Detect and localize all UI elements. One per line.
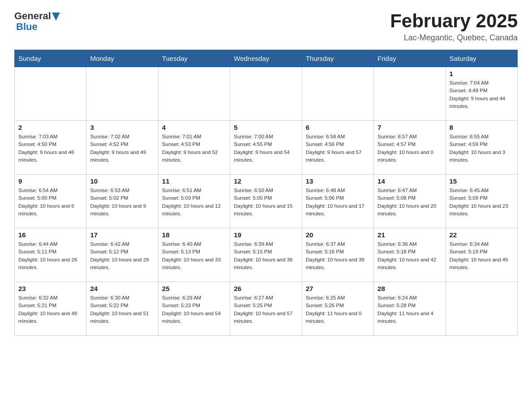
- calendar-cell: 3Sunrise: 7:02 AMSunset: 4:52 PMDaylight…: [86, 121, 158, 175]
- day-info: Sunrise: 7:03 AMSunset: 4:50 PMDaylight:…: [18, 133, 82, 164]
- day-info: Sunrise: 7:02 AMSunset: 4:52 PMDaylight:…: [90, 133, 154, 164]
- day-info: Sunrise: 6:30 AMSunset: 5:22 PMDaylight:…: [90, 294, 154, 325]
- day-info: Sunrise: 7:01 AMSunset: 4:53 PMDaylight:…: [162, 133, 226, 164]
- calendar-cell: 7Sunrise: 6:57 AMSunset: 4:57 PMDaylight…: [374, 121, 446, 175]
- calendar-cell: 16Sunrise: 6:44 AMSunset: 5:11 PMDayligh…: [15, 228, 86, 282]
- day-info: Sunrise: 6:39 AMSunset: 5:15 PMDaylight:…: [234, 240, 298, 271]
- calendar-week-row: 23Sunrise: 6:32 AMSunset: 5:21 PMDayligh…: [15, 282, 518, 336]
- day-number: 13: [306, 177, 370, 185]
- calendar-cell: 8Sunrise: 6:55 AMSunset: 4:59 PMDaylight…: [446, 121, 517, 175]
- day-info: Sunrise: 6:45 AMSunset: 5:09 PMDaylight:…: [450, 187, 514, 218]
- calendar-cell: 4Sunrise: 7:01 AMSunset: 4:53 PMDaylight…: [158, 121, 230, 175]
- day-info: Sunrise: 6:51 AMSunset: 5:03 PMDaylight:…: [162, 187, 226, 218]
- day-info: Sunrise: 6:53 AMSunset: 5:02 PMDaylight:…: [90, 187, 154, 218]
- calendar-cell: 18Sunrise: 6:40 AMSunset: 5:13 PMDayligh…: [158, 228, 230, 282]
- day-number: 3: [90, 124, 154, 131]
- calendar-cell: [230, 67, 302, 121]
- day-info: Sunrise: 6:40 AMSunset: 5:13 PMDaylight:…: [162, 240, 226, 271]
- day-number: 6: [306, 124, 370, 131]
- day-info: Sunrise: 6:25 AMSunset: 5:26 PMDaylight:…: [306, 294, 370, 325]
- calendar-cell: 11Sunrise: 6:51 AMSunset: 5:03 PMDayligh…: [158, 175, 230, 228]
- calendar-cell: 2Sunrise: 7:03 AMSunset: 4:50 PMDaylight…: [15, 121, 86, 175]
- calendar-title: February 2025: [390, 11, 518, 31]
- day-number: 5: [234, 124, 298, 131]
- day-number: 4: [162, 124, 226, 131]
- day-info: Sunrise: 6:42 AMSunset: 5:12 PMDaylight:…: [90, 240, 154, 271]
- calendar-cell: [446, 282, 517, 336]
- calendar-cell: 12Sunrise: 6:50 AMSunset: 5:05 PMDayligh…: [230, 175, 302, 228]
- calendar-body: 1Sunrise: 7:04 AMSunset: 4:49 PMDaylight…: [15, 67, 518, 336]
- weekday-header-sunday: Sunday: [15, 50, 86, 67]
- calendar-cell: 24Sunrise: 6:30 AMSunset: 5:22 PMDayligh…: [86, 282, 158, 336]
- day-number: 27: [306, 285, 370, 292]
- calendar-week-row: 2Sunrise: 7:03 AMSunset: 4:50 PMDaylight…: [15, 121, 518, 175]
- day-info: Sunrise: 6:57 AMSunset: 4:57 PMDaylight:…: [378, 133, 442, 164]
- weekday-header-row: SundayMondayTuesdayWednesdayThursdayFrid…: [15, 50, 518, 67]
- calendar-cell: 5Sunrise: 7:00 AMSunset: 4:55 PMDaylight…: [230, 121, 302, 175]
- calendar-cell: 17Sunrise: 6:42 AMSunset: 5:12 PMDayligh…: [86, 228, 158, 282]
- day-number: 26: [234, 285, 298, 292]
- day-number: 16: [18, 231, 82, 239]
- calendar-week-row: 16Sunrise: 6:44 AMSunset: 5:11 PMDayligh…: [15, 228, 518, 282]
- title-block: February 2025 Lac-Megantic, Quebec, Cana…: [390, 11, 518, 43]
- day-info: Sunrise: 7:00 AMSunset: 4:55 PMDaylight:…: [234, 133, 298, 164]
- day-info: Sunrise: 6:50 AMSunset: 5:05 PMDaylight:…: [234, 187, 298, 218]
- day-info: Sunrise: 6:48 AMSunset: 5:06 PMDaylight:…: [306, 187, 370, 218]
- weekday-header-thursday: Thursday: [302, 50, 373, 67]
- weekday-header-monday: Monday: [86, 50, 158, 67]
- calendar-cell: 15Sunrise: 6:45 AMSunset: 5:09 PMDayligh…: [446, 175, 517, 228]
- calendar-cell: 22Sunrise: 6:34 AMSunset: 5:19 PMDayligh…: [446, 228, 517, 282]
- day-info: Sunrise: 6:44 AMSunset: 5:11 PMDaylight:…: [18, 240, 82, 271]
- calendar-cell: 6Sunrise: 6:58 AMSunset: 4:56 PMDaylight…: [302, 121, 373, 175]
- calendar-header: SundayMondayTuesdayWednesdayThursdayFrid…: [15, 50, 518, 67]
- day-number: 28: [378, 285, 442, 292]
- day-info: Sunrise: 6:27 AMSunset: 5:25 PMDaylight:…: [234, 294, 298, 325]
- calendar-cell: 23Sunrise: 6:32 AMSunset: 5:21 PMDayligh…: [15, 282, 86, 336]
- day-info: Sunrise: 6:34 AMSunset: 5:19 PMDaylight:…: [450, 240, 514, 271]
- day-number: 15: [450, 177, 514, 185]
- weekday-header-friday: Friday: [374, 50, 446, 67]
- svg-marker-0: [52, 13, 60, 21]
- calendar-cell: 25Sunrise: 6:29 AMSunset: 5:23 PMDayligh…: [158, 282, 230, 336]
- day-number: 9: [18, 177, 82, 185]
- calendar-week-row: 9Sunrise: 6:54 AMSunset: 5:00 PMDaylight…: [15, 175, 518, 228]
- day-info: Sunrise: 6:32 AMSunset: 5:21 PMDaylight:…: [18, 294, 82, 325]
- day-number: 11: [162, 177, 226, 185]
- day-number: 10: [90, 177, 154, 185]
- logo-triangle-icon: [52, 13, 60, 21]
- calendar-cell: 20Sunrise: 6:37 AMSunset: 5:16 PMDayligh…: [302, 228, 373, 282]
- calendar-cell: 13Sunrise: 6:48 AMSunset: 5:06 PMDayligh…: [302, 175, 373, 228]
- logo-block: General Blue: [14, 11, 60, 32]
- weekday-header-tuesday: Tuesday: [158, 50, 230, 67]
- calendar-cell: [302, 67, 373, 121]
- calendar-cell: 28Sunrise: 6:24 AMSunset: 5:28 PMDayligh…: [374, 282, 446, 336]
- day-info: Sunrise: 6:24 AMSunset: 5:28 PMDaylight:…: [378, 294, 442, 325]
- day-info: Sunrise: 6:55 AMSunset: 4:59 PMDaylight:…: [450, 133, 514, 164]
- day-info: Sunrise: 6:58 AMSunset: 4:56 PMDaylight:…: [306, 133, 370, 164]
- day-info: Sunrise: 6:47 AMSunset: 5:08 PMDaylight:…: [378, 187, 442, 218]
- logo-general-text: General: [14, 11, 51, 21]
- weekday-header-saturday: Saturday: [446, 50, 517, 67]
- calendar-week-row: 1Sunrise: 7:04 AMSunset: 4:49 PMDaylight…: [15, 67, 518, 121]
- calendar-cell: 10Sunrise: 6:53 AMSunset: 5:02 PMDayligh…: [86, 175, 158, 228]
- calendar-subtitle: Lac-Megantic, Quebec, Canada: [390, 33, 518, 43]
- calendar-cell: [374, 67, 446, 121]
- logo: General Blue: [14, 11, 60, 32]
- weekday-header-wednesday: Wednesday: [230, 50, 302, 67]
- day-number: 24: [90, 285, 154, 292]
- day-number: 25: [162, 285, 226, 292]
- calendar-cell: 26Sunrise: 6:27 AMSunset: 5:25 PMDayligh…: [230, 282, 302, 336]
- calendar-cell: [86, 67, 158, 121]
- day-number: 2: [18, 124, 82, 131]
- calendar-cell: 19Sunrise: 6:39 AMSunset: 5:15 PMDayligh…: [230, 228, 302, 282]
- calendar-cell: 9Sunrise: 6:54 AMSunset: 5:00 PMDaylight…: [15, 175, 86, 228]
- calendar-cell: 14Sunrise: 6:47 AMSunset: 5:08 PMDayligh…: [374, 175, 446, 228]
- day-number: 1: [450, 70, 514, 77]
- day-number: 22: [450, 231, 514, 239]
- day-number: 20: [306, 231, 370, 239]
- day-number: 7: [378, 124, 442, 131]
- calendar-cell: [15, 67, 86, 121]
- day-info: Sunrise: 6:54 AMSunset: 5:00 PMDaylight:…: [18, 187, 82, 218]
- day-number: 19: [234, 231, 298, 239]
- calendar-table: SundayMondayTuesdayWednesdayThursdayFrid…: [14, 50, 518, 336]
